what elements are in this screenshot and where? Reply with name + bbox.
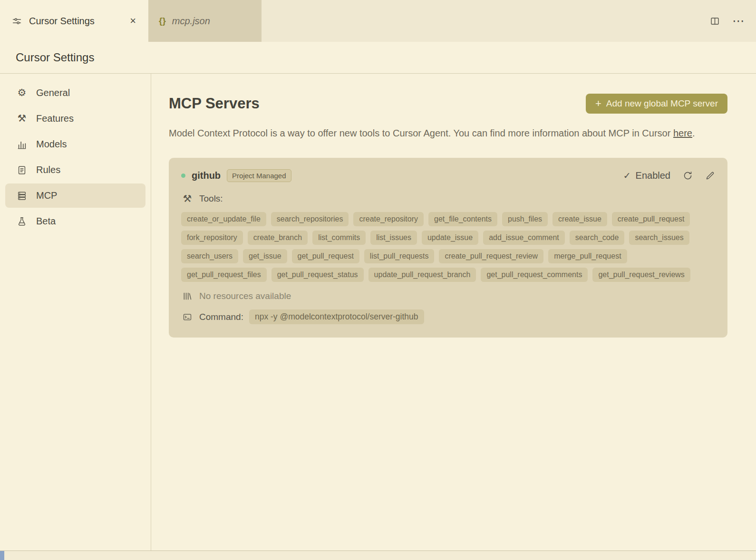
mcp-description: Model Context Protocol is a way to offer… — [169, 125, 723, 142]
tool-chip: create_repository — [353, 212, 424, 226]
tool-chip: merge_pull_request — [548, 249, 627, 263]
sidebar-item-label: Beta — [36, 216, 56, 227]
enabled-toggle[interactable]: ✓ Enabled — [623, 170, 670, 181]
sidebar-item-label: Models — [36, 139, 67, 150]
page-title: Cursor Settings — [16, 51, 94, 64]
tool-chip: search_repositories — [271, 212, 349, 226]
command-label: Command: — [199, 312, 243, 322]
tab-label: Cursor Settings — [29, 16, 95, 27]
library-icon — [181, 291, 194, 301]
settings-sidebar: ⚙General⚒FeaturesModelsRulesMCPBeta — [0, 74, 151, 550]
tool-chip: get_pull_request — [292, 249, 359, 263]
check-icon: ✓ — [623, 170, 631, 181]
enabled-label: Enabled — [636, 170, 670, 181]
sliders-icon — [10, 16, 23, 26]
tool-chip: list_issues — [370, 231, 417, 245]
add-button-label: Add new global MCP server — [606, 98, 718, 109]
tab-cursor-settings[interactable]: Cursor Settings × — [0, 0, 148, 42]
tool-chip: add_issue_comment — [483, 231, 565, 245]
plus-icon: + — [595, 98, 601, 109]
tool-chip: create_branch — [248, 231, 308, 245]
tool-chip: get_pull_request_comments — [481, 268, 588, 282]
command-row: Command: npx -y @modelcontextprotocol/se… — [181, 309, 715, 324]
page-header: Cursor Settings — [0, 42, 756, 74]
resources-row: No resources available — [181, 291, 715, 301]
tool-chip: get_file_contents — [428, 212, 497, 226]
terminal-icon — [181, 312, 194, 322]
tool-chip: get_pull_request_status — [271, 268, 364, 282]
tool-chip: create_pull_request_review — [439, 249, 543, 263]
tab-label: mcp.json — [172, 16, 210, 27]
description-suffix: . — [692, 128, 695, 138]
sidebar-item-label: MCP — [36, 190, 57, 201]
server-icon — [16, 191, 28, 201]
command-value: npx -y @modelcontextprotocol/server-gith… — [249, 309, 424, 324]
tool-chip: get_pull_request_reviews — [592, 268, 690, 282]
mcp-docs-link[interactable]: here — [673, 128, 692, 138]
resources-text: No resources available — [199, 291, 291, 301]
tools-row: ⚒ Tools: — [181, 193, 715, 204]
description-text: Model Context Protocol is a way to offer… — [169, 128, 670, 138]
cursor-settings-window: Cursor Settings × {} mcp.json ⋯ Cursor S… — [0, 0, 756, 560]
tool-chip: list_commits — [312, 231, 366, 245]
server-name: github — [192, 170, 221, 181]
sidebar-item-beta[interactable]: Beta — [5, 209, 145, 233]
tools-label: Tools: — [199, 193, 223, 204]
tools-list: create_or_update_filesearch_repositories… — [181, 212, 700, 282]
bottom-left-indicator — [0, 551, 4, 560]
gear-icon: ⚙ — [16, 88, 28, 98]
split-editor-icon[interactable] — [710, 16, 720, 26]
sidebar-item-rules[interactable]: Rules — [5, 158, 145, 182]
sidebar-item-mcp[interactable]: MCP — [5, 183, 145, 208]
server-card-header: github Project Managed ✓ Enabled — [181, 169, 715, 182]
flask-icon — [16, 216, 28, 227]
document-icon — [16, 165, 28, 175]
tool-chip: list_pull_requests — [364, 249, 435, 263]
tool-chip: search_users — [181, 249, 238, 263]
editor-actions: ⋯ — [710, 0, 746, 42]
settings-body: ⚙General⚒FeaturesModelsRulesMCPBeta MCP … — [0, 74, 756, 550]
tool-chip: fork_repository — [181, 231, 243, 245]
more-actions-icon[interactable]: ⋯ — [732, 15, 746, 27]
tool-chip: create_or_update_file — [181, 212, 266, 226]
sidebar-item-features[interactable]: ⚒Features — [5, 106, 145, 131]
tools-icon: ⚒ — [16, 114, 28, 124]
project-managed-badge: Project Managed — [227, 169, 291, 182]
sidebar-item-label: Features — [36, 113, 74, 124]
mcp-settings-panel: MCP Servers + Add new global MCP server … — [151, 74, 756, 550]
close-tab-icon[interactable]: × — [128, 14, 138, 28]
bar-chart-icon — [16, 139, 28, 150]
add-global-mcp-server-button[interactable]: + Add new global MCP server — [586, 94, 727, 114]
tool-chip: push_files — [502, 212, 548, 226]
tool-chip: create_pull_request — [612, 212, 690, 226]
tool-chip: search_issues — [629, 231, 689, 245]
tools-icon: ⚒ — [181, 194, 194, 204]
json-braces-icon: {} — [159, 16, 166, 26]
sidebar-item-label: Rules — [36, 164, 60, 175]
mcp-server-card: github Project Managed ✓ Enabled — [169, 158, 727, 338]
section-title: MCP Servers — [169, 95, 260, 112]
sidebar-item-models[interactable]: Models — [5, 132, 145, 156]
tool-chip: create_issue — [552, 212, 607, 226]
tool-chip: get_pull_request_files — [181, 268, 267, 282]
edit-icon[interactable] — [705, 171, 715, 181]
sidebar-item-general[interactable]: ⚙General — [5, 81, 145, 105]
tool-chip: search_code — [570, 231, 625, 245]
status-dot — [181, 174, 185, 178]
server-actions: ✓ Enabled — [623, 170, 715, 181]
refresh-icon[interactable] — [683, 171, 693, 181]
tab-mcp-json[interactable]: {} mcp.json — [148, 0, 262, 42]
bottom-strip — [0, 550, 756, 560]
tool-chip: get_issue — [243, 249, 287, 263]
sidebar-item-label: General — [36, 87, 70, 98]
tool-chip: update_pull_request_branch — [368, 268, 476, 282]
tool-chip: update_issue — [422, 231, 478, 245]
tab-bar: Cursor Settings × {} mcp.json ⋯ — [0, 0, 756, 42]
